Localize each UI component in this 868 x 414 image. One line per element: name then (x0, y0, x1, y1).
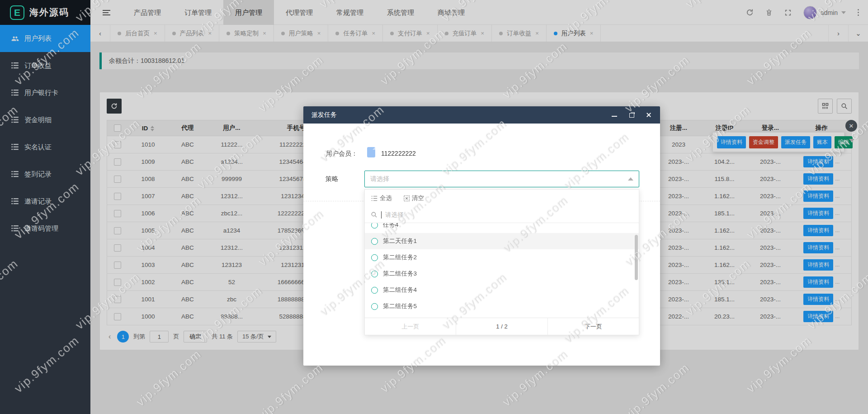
dialog-body: 用户会员： 1122222222 策略 请选择 全选 清空 (303, 124, 660, 366)
dispatch-task-dialog: 派发任务 用户会员： 1122222222 策略 请选择 全选 清空 (303, 106, 660, 366)
select-all-label: 全选 (380, 194, 392, 202)
option-label: 第二组任务2 (383, 253, 417, 262)
radio-icon (371, 303, 378, 310)
dropdown-option[interactable]: 第二天任务1 (365, 233, 639, 249)
minimize-icon[interactable] (611, 112, 618, 118)
dialog-header[interactable]: 派发任务 (303, 106, 660, 124)
radio-icon (371, 287, 378, 294)
dropdown-option[interactable]: 第二组任务4 (365, 282, 639, 298)
dropdown-option[interactable]: 第二组任务3 (365, 266, 639, 282)
dropdown-prev-page[interactable]: 上一页 (365, 318, 456, 335)
strategy-select[interactable]: 请选择 (364, 171, 639, 187)
clear-label: 清空 (412, 194, 424, 202)
maximize-icon[interactable] (628, 112, 635, 118)
option-label: 第二组任务5 (383, 302, 417, 310)
radio-icon (371, 254, 378, 261)
strategy-select-placeholder: 请选择 (370, 175, 389, 183)
text-cursor (381, 211, 382, 219)
dropdown-option[interactable]: 第二组任务2 (365, 249, 639, 266)
radio-icon (371, 223, 378, 228)
dropdown-search (365, 207, 639, 223)
dropdown-option[interactable]: 第二组任务5 (365, 298, 639, 314)
dialog-title: 派发任务 (311, 111, 337, 119)
dropdown-search-input[interactable] (385, 211, 633, 218)
option-label: 第二天任务1 (383, 237, 417, 245)
search-icon (371, 211, 377, 218)
option-label: 任务4 (383, 223, 399, 229)
member-value: 1122222222 (381, 150, 416, 157)
radio-icon (371, 238, 378, 245)
dropdown-option[interactable]: 任务4 (365, 223, 639, 233)
option-label: 第二组任务3 (383, 270, 417, 278)
option-label: 第二组任务4 (383, 286, 417, 294)
dropdown-toolbar: 全选 清空 (365, 190, 639, 207)
radio-icon (371, 271, 378, 277)
close-icon[interactable] (646, 112, 652, 118)
dropdown-pagination: 上一页 1 / 2 下一页 (365, 318, 639, 335)
member-label: 用户会员： (326, 150, 358, 158)
strategy-label: 策略 (326, 175, 338, 183)
chevron-up-icon (628, 177, 633, 181)
dropdown-next-page[interactable]: 下一页 (547, 318, 639, 335)
clear-option[interactable]: 清空 (404, 194, 424, 202)
dropdown-page-info: 1 / 2 (456, 318, 547, 335)
dropdown-scrollbar[interactable] (635, 235, 638, 280)
file-icon (367, 147, 375, 157)
select-all-option[interactable]: 全选 (371, 194, 392, 202)
dropdown-options: 任务4 第二天任务1 第二组任务2 第二组任务3 (365, 223, 639, 318)
strategy-dropdown: 全选 清空 任务4 (364, 189, 639, 335)
